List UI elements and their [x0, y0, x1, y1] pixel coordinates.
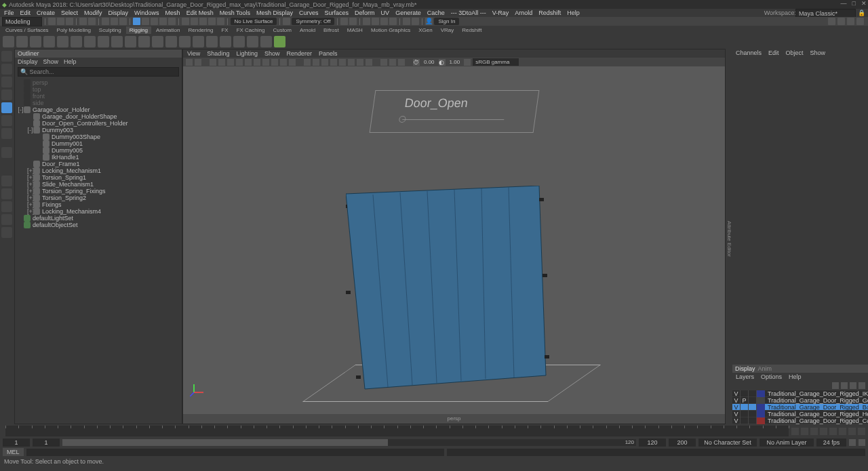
- door-open-slider[interactable]: [402, 119, 504, 120]
- shelf-tab-custom[interactable]: Custom: [269, 26, 295, 34]
- outliner-node[interactable]: [+]Torsion_Spring2: [15, 194, 182, 201]
- outliner-node[interactable]: Garage_door_HolderShape: [15, 113, 182, 120]
- menu-uv[interactable]: UV: [381, 9, 390, 16]
- panel-layout4-icon[interactable]: [856, 18, 864, 25]
- menu-redshift[interactable]: Redshift: [538, 9, 561, 16]
- vp-gamma-icon[interactable]: ◐: [439, 59, 446, 66]
- vp-2d-pan-icon[interactable]: [218, 59, 225, 66]
- layout-persp[interactable]: [1, 227, 12, 238]
- outliner-node[interactable]: side: [15, 100, 182, 106]
- shelf-item-1[interactable]: [16, 36, 28, 47]
- shelf-tab-xgen[interactable]: XGen: [415, 26, 435, 34]
- shelf-item-18[interactable]: [247, 36, 258, 47]
- shelf-item-7[interactable]: [98, 36, 109, 47]
- vp-xray-icon[interactable]: [389, 59, 396, 66]
- shelf-tab-arnold[interactable]: Arnold: [296, 26, 319, 34]
- tab-display[interactable]: Display: [735, 365, 755, 372]
- outliner-node[interactable]: front: [15, 93, 182, 100]
- toggle-icon[interactable]: [182, 18, 189, 25]
- menu-dtoall[interactable]: --- 3DtoAll ---: [451, 9, 486, 16]
- layout-outliner[interactable]: [1, 214, 12, 225]
- snap-plane-icon[interactable]: [159, 18, 167, 25]
- menu-meshdisplay[interactable]: Mesh Display: [256, 9, 293, 16]
- tab-anim[interactable]: Anim: [758, 365, 772, 372]
- vp-xray-joints-icon[interactable]: [398, 59, 405, 66]
- shelf-tab-rendering[interactable]: Rendering: [184, 26, 216, 34]
- command-input[interactable]: [26, 449, 445, 456]
- undo-icon[interactable]: [79, 18, 87, 25]
- symmetry-dd[interactable]: Symmetry: Off: [292, 18, 334, 25]
- mode-dropdown[interactable]: Modeling: [2, 17, 42, 26]
- vp-textured-icon[interactable]: [321, 59, 328, 66]
- step-back-key-icon[interactable]: [801, 428, 808, 435]
- shelf-tab-vray[interactable]: VRay: [437, 26, 458, 34]
- signin-button[interactable]: Sign In: [434, 18, 459, 25]
- layout-two[interactable]: [1, 201, 12, 212]
- layout-four[interactable]: [1, 188, 12, 199]
- save-scene-icon[interactable]: [66, 18, 73, 25]
- redo-icon[interactable]: [88, 18, 96, 25]
- tool7[interactable]: [1, 128, 12, 139]
- outliner-node[interactable]: [+]Slide_Mechanism1: [15, 181, 182, 188]
- tool6[interactable]: [1, 115, 12, 126]
- play-fwd-icon[interactable]: [829, 428, 837, 435]
- layer-menu-help[interactable]: Help: [789, 373, 802, 380]
- door-open-controller[interactable]: Door_Open: [369, 90, 539, 133]
- outliner-node[interactable]: Door_Frame1: [15, 161, 182, 167]
- range-start[interactable]: 1: [33, 438, 60, 447]
- toggle4-icon[interactable]: [208, 18, 216, 25]
- shelf-tab-motiongraphics[interactable]: Motion Graphics: [368, 26, 414, 34]
- shelf-item-4[interactable]: [57, 36, 68, 47]
- shelf-tab-polymodeling[interactable]: Poly Modeling: [54, 26, 94, 34]
- rotate-tool[interactable]: [1, 77, 12, 87]
- autokey-icon[interactable]: [849, 439, 856, 446]
- layout-single[interactable]: [1, 176, 12, 186]
- ch-menu-object[interactable]: Object: [786, 49, 804, 56]
- outliner-tree[interactable]: persptopfrontside[-]Garage_door_HolderGa…: [15, 78, 182, 424]
- vp-gate-mask-icon[interactable]: [262, 59, 269, 66]
- vp-gamma-val[interactable]: 1.00: [448, 59, 462, 65]
- vp-exposure-val[interactable]: 0.00: [422, 59, 437, 65]
- menu-display[interactable]: Display: [108, 9, 129, 16]
- panel-layout2-icon[interactable]: [837, 18, 845, 25]
- script-lang[interactable]: MEL: [3, 448, 24, 456]
- menu-select[interactable]: Select: [61, 9, 78, 16]
- sym-icon[interactable]: [283, 18, 290, 25]
- toggle2-icon[interactable]: [191, 18, 198, 25]
- shelf-item-12[interactable]: [165, 36, 177, 47]
- viewport-canvas[interactable]: Door_Open: [183, 66, 725, 414]
- minimize-icon[interactable]: —: [841, 0, 847, 7]
- menu-windows[interactable]: Windows: [134, 9, 159, 16]
- vp-shadows-icon[interactable]: [339, 59, 346, 66]
- goto-end-icon[interactable]: [858, 428, 865, 435]
- character-set-dd[interactable]: No Character Set: [698, 438, 757, 447]
- shelf-item-13[interactable]: [179, 36, 191, 47]
- vp-exposure-icon[interactable]: ⏱: [413, 59, 420, 66]
- outliner-node[interactable]: defaultObjectSet: [15, 222, 182, 228]
- menu-vray[interactable]: V-Ray: [492, 9, 509, 16]
- vp-menu-shading[interactable]: Shading: [207, 50, 229, 57]
- outliner-node[interactable]: [-]Dummy003: [15, 127, 182, 134]
- time-slider[interactable]: [0, 424, 868, 438]
- shelf-item-9[interactable]: [125, 36, 136, 47]
- shelf-item-11[interactable]: [152, 36, 163, 47]
- vp-menu-show[interactable]: Show: [264, 50, 280, 57]
- snap-grid-icon[interactable]: [133, 18, 140, 25]
- shelf-item-8[interactable]: [111, 36, 123, 47]
- shelf-item-15[interactable]: [206, 36, 218, 47]
- layer-new-empty-icon[interactable]: [850, 382, 856, 389]
- toggle3-icon[interactable]: [199, 18, 207, 25]
- menu-surfaces[interactable]: Surfaces: [325, 9, 349, 16]
- vp-field-chart-icon[interactable]: [271, 59, 278, 66]
- menu-mesh[interactable]: Mesh: [165, 9, 180, 16]
- layer-row[interactable]: VPTraditional_Garage_Door_Rigged_Geometr…: [732, 397, 868, 404]
- maximize-icon[interactable]: □: [852, 0, 856, 7]
- layer-move-down-icon[interactable]: [841, 382, 848, 389]
- anim-end[interactable]: 200: [669, 438, 696, 447]
- outliner-node[interactable]: Dummy001: [15, 140, 182, 147]
- vp-colorspace-dd[interactable]: sRGB gamma: [473, 58, 519, 66]
- menu-file[interactable]: File: [4, 9, 14, 16]
- layer-row[interactable]: VTraditional_Garage_Door_Rigged_Bones: [732, 404, 868, 411]
- outliner-node[interactable]: [-]Garage_door_Holder: [15, 106, 182, 113]
- outliner-node[interactable]: Dummy003Shape: [15, 134, 182, 140]
